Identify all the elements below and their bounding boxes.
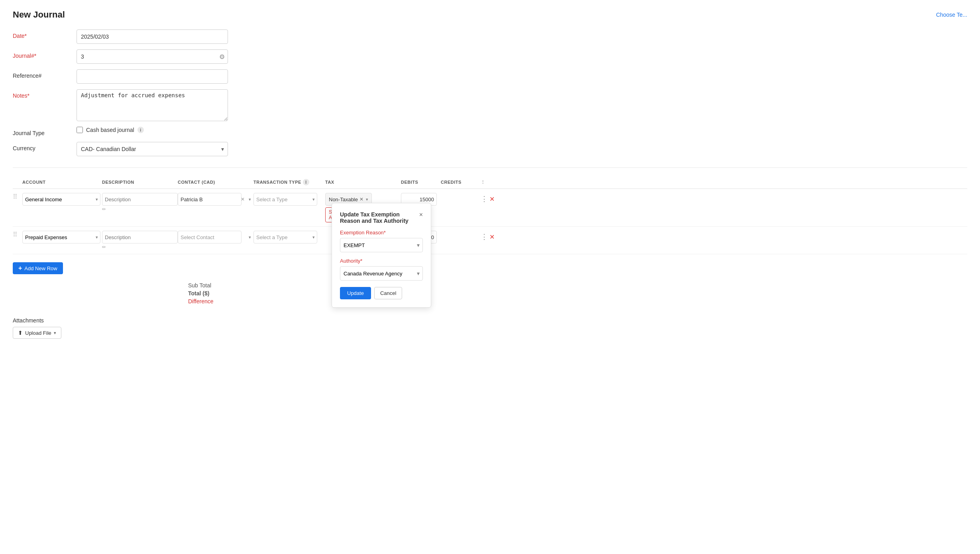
tax-badge-text-1: Non-Taxable	[329, 196, 358, 202]
account-select-1[interactable]: General Income	[22, 193, 100, 206]
drag-handle-1[interactable]: ⠿	[13, 193, 22, 200]
notes-textarea[interactable]: Adjustment for accrued expenses	[77, 89, 228, 121]
add-row-section: + Add New Row	[13, 258, 967, 274]
account-select-wrapper-2: Prepaid Expenses ▾	[22, 231, 98, 244]
currency-select[interactable]: CAD- Canadian Dollar	[77, 142, 228, 156]
row-delete-icon-1[interactable]: ✕	[489, 195, 495, 203]
desc-cell-1: ✏	[102, 193, 178, 212]
drag-dots-1: ⠿	[13, 191, 18, 200]
col-transaction-header: TRANSACTION TYPE i	[253, 179, 325, 185]
sub-total-row: Sub Total	[188, 282, 967, 289]
transaction-select-wrapper-2: Select a Type ▾	[253, 231, 317, 244]
drag-dots-2: ⠿	[13, 229, 18, 238]
cash-based-checkbox[interactable]	[77, 127, 83, 133]
row-actions-2: ⋮ ✕	[481, 231, 505, 241]
cash-based-wrapper: Cash based journal i	[77, 127, 144, 133]
upload-chevron-icon: ▾	[54, 330, 56, 336]
actions-cell-1: ⋮ ✕	[481, 193, 505, 203]
desc-edit-icon-2[interactable]: ✏	[102, 244, 178, 250]
account-select-2[interactable]: Prepaid Expenses	[22, 231, 100, 244]
col-actions-header: ⋮	[481, 180, 505, 185]
currency-row: Currency CAD- Canadian Dollar	[13, 142, 967, 156]
form-section: Date* Journal#* ⚙ Reference# Notes* Adju…	[13, 29, 967, 156]
row-more-icon-2[interactable]: ⋮	[481, 232, 488, 241]
col-account-header: ACCOUNT	[22, 180, 102, 185]
add-row-icon: +	[18, 265, 22, 272]
transaction-info-icon[interactable]: i	[303, 179, 309, 185]
authority-select[interactable]: Canada Revenue Agency	[340, 266, 423, 281]
row-more-icon-1[interactable]: ⋮	[481, 194, 488, 203]
journal-input[interactable]	[77, 49, 228, 64]
col-credits-header: CREDITS	[441, 180, 481, 185]
table-row-2: ⠿ Prepaid Expenses ▾ ✏	[13, 227, 967, 254]
contact-clear-1[interactable]: ✕	[241, 196, 245, 202]
contact-select-1[interactable]: Patricia B	[178, 193, 242, 206]
actions-cell-2: ⋮ ✕	[481, 231, 505, 241]
exemption-select-wrapper: EXEMPT	[340, 238, 423, 252]
popup-actions: Update Cancel	[340, 287, 423, 299]
tax-exemption-popup: Update Tax Exemption Reason and Tax Auth…	[332, 203, 431, 308]
drag-handle-2[interactable]: ⠿	[13, 231, 22, 238]
row-2-container: ⠿ Prepaid Expenses ▾ ✏	[13, 227, 967, 254]
contact-select-wrapper-1: Patricia B ✕ ▾	[178, 193, 253, 206]
popup-header: Update Tax Exemption Reason and Tax Auth…	[340, 211, 423, 224]
table-header: ACCOUNT DESCRIPTION CONTACT (CAD) TRANSA…	[13, 176, 967, 189]
journal-row: Journal#* ⚙	[13, 49, 967, 64]
notes-row: Notes* Adjustment for accrued expenses	[13, 89, 967, 121]
transaction-cell-1: Select a Type ▾	[253, 193, 325, 206]
add-new-row-button[interactable]: + Add New Row	[13, 262, 63, 274]
upload-label: Upload File	[25, 330, 51, 336]
upload-file-button[interactable]: ⬆ Upload File ▾	[13, 327, 61, 339]
tax-chevron-1[interactable]: ▾	[366, 197, 368, 202]
account-select-wrapper-1: General Income ▾	[22, 193, 98, 206]
col-debits-header: DEBITS	[401, 180, 441, 185]
row-actions-1: ⋮ ✕	[481, 193, 505, 203]
currency-select-wrapper: CAD- Canadian Dollar	[77, 142, 228, 156]
reference-input[interactable]	[77, 69, 228, 84]
contact-chevron-2: ▾	[249, 235, 251, 240]
currency-label: Currency	[13, 142, 77, 151]
transaction-select-wrapper-1: Select a Type ▾	[253, 193, 317, 206]
totals-section: Sub Total Total ($) Difference	[13, 282, 967, 305]
contact-select-2[interactable]: Select Contact	[178, 231, 242, 244]
notes-label: Notes*	[13, 89, 77, 99]
popup-close-button[interactable]: ×	[419, 211, 423, 218]
row-delete-icon-2[interactable]: ✕	[489, 233, 495, 241]
desc-edit-icon-1[interactable]: ✏	[102, 206, 178, 212]
difference-label: Difference	[188, 298, 244, 305]
journal-type-label: Journal Type	[13, 127, 77, 136]
reference-row: Reference#	[13, 69, 967, 84]
authority-select-wrapper: Canada Revenue Agency	[340, 266, 423, 281]
desc-input-2[interactable]	[102, 231, 178, 244]
difference-row: Difference	[188, 298, 967, 305]
upload-icon: ⬆	[18, 330, 23, 336]
desc-input-1[interactable]	[102, 193, 178, 206]
col-tax-header: TAX	[325, 180, 401, 185]
date-input[interactable]	[77, 29, 228, 44]
cash-based-info-icon[interactable]: i	[137, 127, 144, 133]
contact-cell-2: Select Contact ▾	[178, 231, 253, 244]
exemption-reason-select[interactable]: EXEMPT	[340, 238, 423, 252]
contact-cell-1: Patricia B ✕ ▾	[178, 193, 253, 206]
settings-icon[interactable]: ⚙	[219, 53, 225, 61]
tax-badge-clear-1[interactable]: ✕	[359, 196, 363, 202]
table-section: ACCOUNT DESCRIPTION CONTACT (CAD) TRANSA…	[13, 176, 967, 274]
transaction-select-1[interactable]: Select a Type	[253, 193, 317, 206]
transaction-select-2[interactable]: Select a Type	[253, 231, 317, 244]
journal-type-row: Journal Type Cash based journal i	[13, 127, 967, 136]
date-label: Date*	[13, 29, 77, 39]
total-label: Total ($)	[188, 290, 244, 297]
update-button[interactable]: Update	[340, 287, 371, 299]
journal-label: Journal#*	[13, 49, 77, 59]
contact-select-wrapper-2: Select Contact ▾	[178, 231, 253, 244]
authority-field: Authority* Canada Revenue Agency	[340, 258, 423, 281]
table-row: ⠿ General Income ▾ ✏ Patricia B	[13, 189, 967, 227]
col-description-header: DESCRIPTION	[102, 180, 178, 185]
cancel-button[interactable]: Cancel	[374, 287, 402, 299]
reference-label: Reference#	[13, 69, 77, 79]
choose-link[interactable]: Choose Te...	[936, 12, 967, 18]
add-row-label: Add New Row	[24, 265, 57, 271]
more-options-header-icon[interactable]: ⋮	[481, 180, 485, 185]
attachments-label: Attachments	[13, 317, 967, 324]
sub-total-label: Sub Total	[188, 282, 244, 289]
